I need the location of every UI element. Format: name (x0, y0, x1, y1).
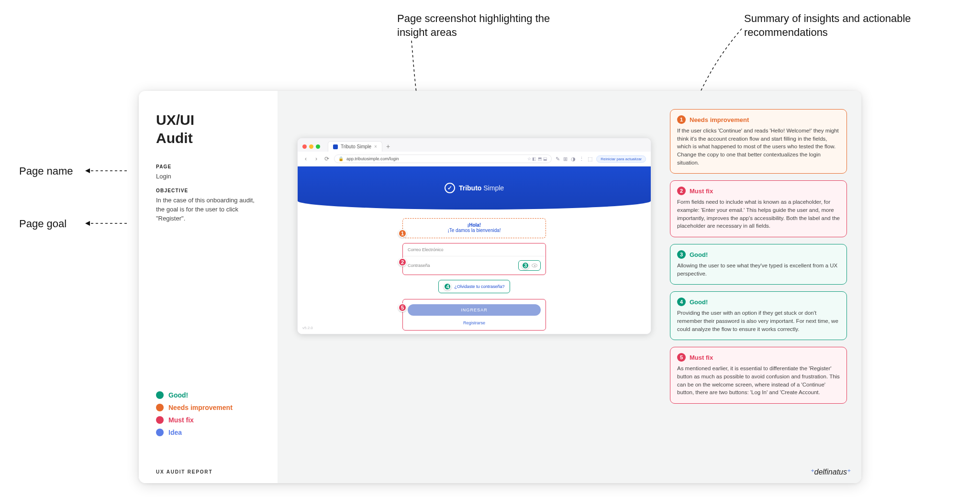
insight-num-5: 5 (677, 353, 686, 362)
objective-value: In the case of this onboarding audit, th… (156, 196, 260, 223)
browser-mock: Tributo Simple × + ‹ › ⟳ 🔒 app.tributosi… (297, 138, 651, 334)
browser-tabs: Tributo Simple × + (298, 138, 651, 152)
marker-4: 4 (444, 283, 451, 290)
insights-column: 1 Needs improvement If the user clicks '… (670, 109, 847, 469)
refresh-icon[interactable]: ⟳ (323, 155, 330, 162)
lock-icon: 🔒 (338, 156, 344, 161)
insight-num-3: 3 (677, 250, 686, 259)
legend-needs-improvement: Needs improvement (156, 404, 260, 411)
annotation-screenshot: Page screenshot highlighting the insight… (397, 12, 565, 39)
address-icons: ☆ ◧ ⬒ ⬓ (527, 156, 548, 161)
marker-5: 5 (398, 303, 407, 312)
insight-body-4: Providing the user with an option if the… (677, 309, 840, 333)
insight-card-4: 4 Good! Providing the user with an optio… (670, 291, 847, 340)
insight-body-2: Form fields need to include what is know… (677, 198, 840, 230)
refresh-pill[interactable]: Reiniciar para actualizar (596, 155, 646, 163)
report-main: Tributo Simple × + ‹ › ⟳ 🔒 app.tributosi… (278, 91, 861, 483)
page-surface: ✓ Tributo Simple 1 ¡Hola! ¡Te dam (298, 166, 651, 334)
marker-2: 2 (398, 258, 407, 266)
insight-body-1: If the user clicks 'Continue' and reads … (677, 127, 840, 166)
insight-body-3: Allowing the user to see what they've ty… (677, 262, 840, 277)
report-card: UX/UI Audit PAGE Login OBJECTIVE In the … (139, 91, 861, 483)
report-title: UX/UI Audit (156, 111, 260, 147)
back-icon[interactable]: ‹ (302, 155, 309, 162)
insight-title-1: Needs improvement (690, 116, 749, 123)
dot-good-icon (156, 391, 164, 399)
insight-card-3: 3 Good! Allowing the user to see what th… (670, 244, 847, 285)
traffic-lights-icon (302, 144, 320, 149)
marker-1: 1 (398, 229, 407, 238)
insight-num-4: 4 (677, 298, 686, 306)
legend-idea: Idea (156, 429, 260, 436)
annotation-page-goal: Page goal (19, 218, 67, 230)
welcome-box: 1 ¡Hola! ¡Te damos la bienvenida! (402, 218, 546, 238)
browser-tab-title: Tributo Simple (341, 144, 371, 149)
email-field[interactable]: Correo Electrónico (403, 243, 546, 256)
brand-watermark: ⁺delfinatus⁺ (811, 467, 851, 476)
insight-title-5: Must fix (690, 354, 713, 361)
dot-idea-icon (156, 429, 164, 436)
dot-improve-icon (156, 404, 164, 411)
brand-check-icon: ✓ (445, 183, 455, 193)
insight-card-5: 5 Must fix As mentioned earlier, it is e… (670, 347, 847, 404)
password-visibility-box: 3 (518, 260, 541, 271)
welcome-line1: ¡Hola! (406, 222, 543, 228)
annotation-page-name: Page name (19, 165, 73, 177)
add-tab-icon[interactable]: + (386, 143, 390, 150)
forward-icon[interactable]: › (313, 155, 320, 162)
browser-tab[interactable]: Tributo Simple × (328, 141, 382, 152)
legend: Good! Needs improvement Must fix Idea (156, 387, 260, 441)
welcome-line2: ¡Te damos la bienvenida! (406, 228, 543, 233)
version-label: v5.2.0 (302, 326, 313, 330)
screenshot-column: Tributo Simple × + ‹ › ⟳ 🔒 app.tributosi… (292, 109, 657, 469)
marker-3: 3 (522, 262, 529, 269)
report-footer: UX AUDIT REPORT (156, 469, 212, 475)
insight-num-1: 1 (677, 115, 686, 124)
url-text: app.tributosimple.com/login (346, 156, 399, 161)
insight-title-2: Must fix (690, 188, 713, 195)
url-field[interactable]: 🔒 app.tributosimple.com/login ☆ ◧ ⬒ ⬓ (334, 155, 552, 163)
hero-banner: ✓ Tributo Simple (298, 166, 651, 210)
insight-title-3: Good! (690, 251, 708, 258)
password-field[interactable]: Contraseña 3 (403, 256, 546, 275)
objective-label: OBJECTIVE (156, 188, 260, 193)
actions-box: 5 INGRESAR Registrarse (402, 299, 546, 331)
toolbar-icons: ✎⊞◑⋮⬚ (556, 156, 592, 162)
login-form: 1 ¡Hola! ¡Te damos la bienvenida! 2 Corr… (402, 218, 546, 331)
register-link[interactable]: Registrarse (408, 320, 541, 325)
page-value: Login (156, 172, 260, 181)
login-button[interactable]: INGRESAR (408, 304, 541, 316)
legend-must-fix: Must fix (156, 416, 260, 424)
browser-address-bar: ‹ › ⟳ 🔒 app.tributosimple.com/login ☆ ◧ … (298, 152, 651, 166)
legend-good: Good! (156, 391, 260, 399)
close-icon[interactable]: × (374, 144, 377, 149)
insight-title-4: Good! (690, 298, 708, 306)
forgot-password-link[interactable]: 4 ¿Olvidaste tu contraseña? (438, 280, 510, 293)
fields-box: 2 Correo Electrónico Contraseña 3 (402, 243, 546, 275)
insight-card-1: 1 Needs improvement If the user clicks '… (670, 109, 847, 174)
eye-icon[interactable] (532, 264, 537, 267)
page-label: PAGE (156, 164, 260, 169)
report-sidebar: UX/UI Audit PAGE Login OBJECTIVE In the … (139, 91, 278, 483)
dot-mustfix-icon (156, 416, 164, 424)
insight-body-5: As mentioned earlier, it is essential to… (677, 364, 840, 397)
insight-num-2: 2 (677, 187, 686, 195)
annotation-insights: Summary of insights and actionable recom… (744, 12, 912, 39)
favicon-icon (333, 144, 338, 149)
insight-card-2: 2 Must fix Form fields need to include w… (670, 180, 847, 237)
